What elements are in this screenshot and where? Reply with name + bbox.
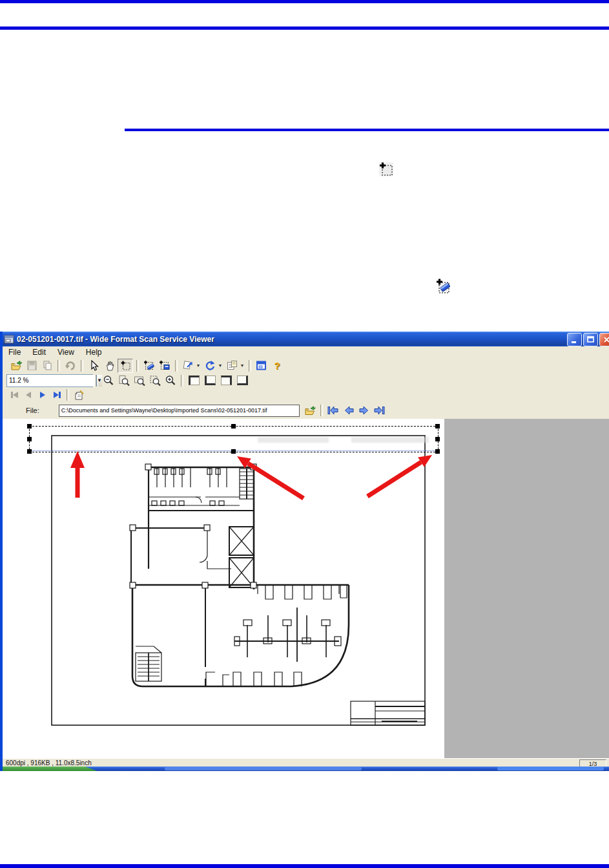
- document-page: 02-051201-0017.tif - Wide Format Scan Se…: [0, 0, 609, 868]
- main-toolbar: ▼ ▼ ▼: [3, 358, 609, 374]
- toolbar-separator: [181, 375, 183, 386]
- selection-handle-top-left[interactable]: [27, 424, 32, 429]
- page-setup-button[interactable]: [225, 359, 239, 372]
- file-label: File:: [26, 407, 39, 414]
- window-left-border: [0, 332, 3, 771]
- zoom-toolbar: ▼: [3, 373, 609, 388]
- status-bar: 600dpi , 916KB , 11.0x8.5inch 1/3: [3, 758, 609, 767]
- first-page-button[interactable]: [8, 389, 21, 401]
- view-top-left-button[interactable]: [187, 374, 201, 387]
- zoom-in-button[interactable]: [163, 374, 178, 387]
- deskew-button[interactable]: [181, 359, 195, 372]
- help-button[interactable]: ?: [270, 359, 284, 372]
- footer-rule: [0, 864, 609, 868]
- header-rule: [0, 26, 609, 30]
- browse-folder-button[interactable]: [304, 404, 316, 417]
- toolbar-separator: [81, 360, 83, 372]
- window-buttons: [567, 333, 609, 346]
- view-bottom-right-button[interactable]: [235, 374, 250, 387]
- pan-hand-tool-button[interactable]: [102, 359, 116, 372]
- menu-edit[interactable]: Edit: [26, 346, 52, 358]
- open-button[interactable]: [9, 359, 23, 372]
- previous-page-button[interactable]: [22, 389, 35, 401]
- menu-help[interactable]: Help: [80, 346, 108, 358]
- pointer-tool-button[interactable]: [87, 359, 101, 372]
- taskbar-button[interactable]: [497, 767, 604, 770]
- go-next-button[interactable]: [358, 404, 371, 417]
- viewer-window-button[interactable]: [254, 359, 269, 372]
- toolbar-separator: [175, 360, 178, 372]
- maximize-button[interactable]: [583, 333, 598, 346]
- toolbar-separator: [320, 405, 323, 416]
- undo-button[interactable]: [63, 359, 77, 372]
- erase-area-tool-icon: [436, 278, 451, 295]
- next-page-button[interactable]: [36, 389, 49, 401]
- selection-handle-bottom-middle[interactable]: [231, 449, 236, 454]
- taskbar: [0, 767, 609, 771]
- deskew-dropdown-caret[interactable]: ▼: [196, 363, 201, 368]
- close-button[interactable]: [599, 333, 609, 346]
- zoom-value-input[interactable]: [7, 375, 96, 386]
- erase-area-button[interactable]: [142, 359, 156, 372]
- menu-bar: File Edit View Help: [3, 346, 609, 359]
- view-top-right-button[interactable]: [219, 374, 234, 387]
- file-path-input[interactable]: [59, 405, 300, 417]
- top-rule: [0, 0, 609, 3]
- image-canvas[interactable]: [3, 419, 609, 758]
- rotate-button[interactable]: [203, 359, 217, 372]
- zoom-width-button[interactable]: [132, 374, 147, 387]
- scanned-floorplan-image: [41, 434, 444, 727]
- go-previous-button[interactable]: [342, 404, 355, 417]
- toolbar-separator: [249, 360, 251, 372]
- select-area-tool-button[interactable]: [118, 359, 133, 373]
- selection-handle-middle-left[interactable]: [27, 437, 32, 441]
- last-page-button[interactable]: [50, 389, 63, 401]
- rotate-dropdown-caret[interactable]: ▼: [218, 363, 223, 368]
- toolbar-separator: [57, 360, 60, 372]
- taskbar-button[interactable]: [165, 767, 362, 770]
- menu-view[interactable]: View: [52, 346, 80, 358]
- zoom-page-button[interactable]: [117, 374, 131, 387]
- zoom-selection-button[interactable]: [148, 374, 162, 387]
- title-bar[interactable]: 02-051201-0017.tif - Wide Format Scan Se…: [0, 332, 609, 346]
- minimize-button[interactable]: [567, 333, 582, 346]
- menu-file[interactable]: File: [3, 346, 26, 358]
- section-rule: [125, 129, 609, 131]
- toolbar-separator: [136, 360, 139, 372]
- select-area-tool-icon: [378, 162, 394, 177]
- toolbar-separator: [67, 389, 69, 401]
- app-window: 02-051201-0017.tif - Wide Format Scan Se…: [0, 332, 609, 771]
- page-setup-dropdown-caret[interactable]: ▼: [240, 363, 245, 368]
- selection-marquee[interactable]: [29, 426, 439, 452]
- crop-area-button[interactable]: [158, 359, 172, 372]
- file-bar: File:: [3, 402, 609, 419]
- view-bottom-left-button[interactable]: [203, 374, 218, 387]
- zoom-out-button[interactable]: [101, 374, 116, 387]
- selection-handle-bottom-right[interactable]: [435, 449, 440, 454]
- canvas-background: [444, 419, 609, 758]
- page-properties-button[interactable]: [72, 388, 87, 401]
- selection-handle-top-right[interactable]: [435, 424, 440, 429]
- page-nav-toolbar: [3, 388, 609, 403]
- zoom-combobox[interactable]: ▼: [6, 374, 93, 387]
- selection-handle-top-middle[interactable]: [231, 424, 236, 429]
- copy-button[interactable]: [40, 359, 54, 372]
- status-info: 600dpi , 916KB , 11.0x8.5inch: [6, 759, 92, 767]
- app-icon: [4, 335, 14, 344]
- window-title: 02-051201-0017.tif - Wide Format Scan Se…: [17, 335, 214, 344]
- selection-handle-middle-right[interactable]: [435, 437, 440, 441]
- start-button-edge[interactable]: [0, 767, 97, 771]
- save-button[interactable]: [25, 359, 39, 372]
- go-first-button[interactable]: [327, 404, 340, 417]
- toolbar-separator: [96, 375, 98, 386]
- go-last-button[interactable]: [373, 404, 386, 417]
- selection-handle-bottom-left[interactable]: [27, 449, 32, 454]
